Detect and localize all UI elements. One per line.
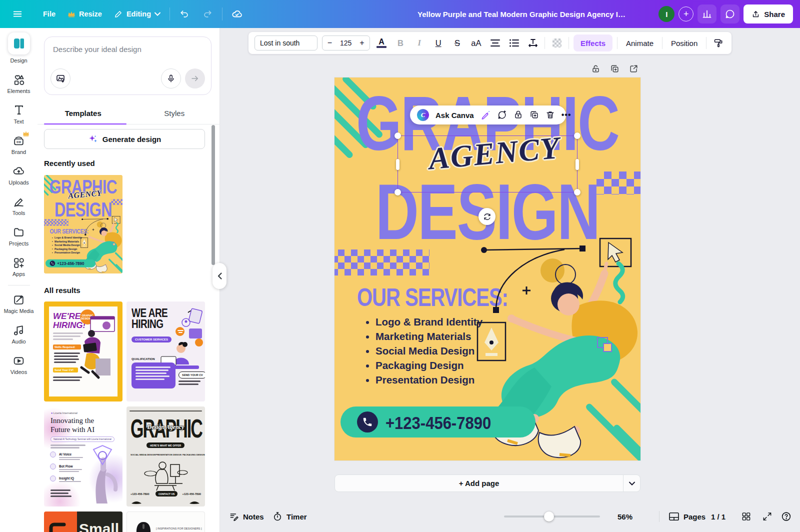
font-family-selector[interactable]: Lost in south [254, 36, 318, 50]
sidebar-item-design[interactable]: Design [0, 28, 38, 68]
add-page-button[interactable]: + Add page [335, 475, 623, 492]
avatar[interactable]: I [658, 6, 674, 22]
format-painter-button[interactable] [711, 35, 726, 51]
more-options-button[interactable]: ••• [562, 110, 572, 120]
strikethrough-button[interactable]: S [450, 35, 464, 51]
svg-text:co: co [16, 140, 21, 144]
list-button[interactable] [507, 35, 522, 51]
export-page-button[interactable] [628, 63, 639, 74]
tab-styles[interactable]: Styles [129, 102, 220, 124]
template-thumbnail-recent[interactable]: GRAPHIC DESIGN AGENCY OUR SERVICES: Logo… [44, 175, 122, 274]
fullscreen-button[interactable] [762, 512, 772, 522]
canvas-page[interactable]: GRAPHIC DESIGN AGENCY OUR SERVICES: Logo… [334, 78, 640, 460]
alignment-button[interactable] [488, 35, 502, 51]
mini-poster: GRAPHIC DESIGN AGENCY OUR SERVICES: Logo… [44, 175, 122, 273]
add-page-menu-button[interactable] [623, 475, 640, 492]
notes-button[interactable]: Notes [229, 512, 264, 522]
resize-handle-sw[interactable] [394, 189, 401, 196]
sidebar-item-tools[interactable]: Tools [0, 190, 38, 221]
poster-phone-banner[interactable]: +123-456-7890 [340, 406, 536, 438]
delete-element-button[interactable] [546, 110, 555, 120]
submit-prompt-button[interactable] [185, 68, 205, 88]
panel-scrollbar[interactable] [212, 125, 215, 265]
file-menu[interactable]: File [37, 6, 62, 22]
zoom-slider-thumb[interactable] [544, 512, 554, 522]
poster-phone-number[interactable]: +123-456-7890 [386, 413, 491, 434]
design-title[interactable]: Yellow Purple and Teal Modern Graphic De… [418, 10, 628, 18]
text-spacing-button[interactable] [526, 35, 540, 51]
sidebar-item-magic-media[interactable]: Magic Media [0, 288, 38, 319]
sidebar-item-audio[interactable]: Audio [0, 319, 38, 350]
ai-prompt-card[interactable]: Describe your ideal design [44, 36, 212, 95]
resize-handle-se[interactable] [574, 189, 580, 196]
share-button[interactable]: Share [744, 4, 793, 24]
add-member-button[interactable]: + [678, 6, 694, 22]
resize-handle-nw[interactable] [394, 132, 401, 139]
canva-editor: File Resize Editing [0, 0, 800, 532]
font-size-stepper[interactable]: − 125 + [322, 36, 370, 50]
resize-handle-w[interactable] [396, 159, 400, 170]
template-thumbnail-small[interactable]: Small [44, 512, 122, 532]
editing-mode-menu[interactable]: Editing [108, 4, 166, 24]
zoom-level[interactable]: 56% [618, 512, 632, 521]
voice-input-button[interactable] [161, 68, 181, 88]
selection-box[interactable] [398, 136, 578, 192]
decrease-font-button[interactable]: − [328, 38, 332, 48]
template-thumbnail-inspirations[interactable]: [ INSPIRATIONS FOR DESIGNERS ] [126, 512, 205, 532]
animate-button[interactable]: Animate [622, 39, 658, 48]
increase-font-button[interactable]: + [360, 38, 364, 48]
grid-view-button[interactable] [742, 512, 751, 522]
panel-collapse-button[interactable] [212, 263, 226, 289]
comments-button[interactable] [720, 4, 740, 24]
resize-handle-ne[interactable] [574, 132, 580, 139]
tab-templates[interactable]: Templates [38, 102, 129, 124]
timer-button[interactable]: Timer [272, 512, 307, 522]
generate-design-button[interactable]: Generate design [44, 129, 205, 149]
pages-button[interactable]: Pages [668, 512, 706, 521]
prompt-input[interactable]: Describe your ideal design [53, 45, 142, 54]
lock-element-button[interactable] [514, 110, 523, 120]
insights-button[interactable] [698, 4, 716, 24]
lock-page-button[interactable] [590, 63, 601, 74]
sidebar-item-videos[interactable]: Videos [0, 350, 38, 380]
template-thumbnail-ai-seminar[interactable]: ● Liceria International Innovating the F… [44, 406, 122, 506]
zoom-slider[interactable] [504, 516, 600, 518]
transparency-button[interactable] [550, 35, 564, 51]
text-case-button[interactable]: aA [469, 35, 484, 51]
main-menu-button[interactable] [6, 4, 29, 24]
resize-menu[interactable]: Resize [62, 4, 108, 24]
arrow-right-icon [190, 74, 200, 83]
duplicate-page-button[interactable] [609, 63, 620, 74]
effects-button[interactable]: Effects [574, 34, 612, 52]
cloud-save-status[interactable] [226, 4, 248, 24]
sidebar-item-uploads[interactable]: Uploads [0, 160, 38, 190]
bar-chart-icon [702, 9, 712, 19]
font-size-value[interactable]: 125 [340, 39, 352, 47]
magic-edit-button[interactable] [480, 110, 490, 120]
sidebar-item-text[interactable]: Text [0, 99, 38, 130]
add-comment-button[interactable] [497, 110, 507, 120]
upload-icon [752, 10, 760, 18]
undo-button[interactable] [173, 4, 196, 24]
sidebar-item-brand[interactable]: co Brand [0, 130, 38, 160]
help-button[interactable] [781, 512, 792, 522]
template-thumbnail-were-hiring[interactable]: WE'RE HIRING! GRAPHIC DESIGNER Skills Re… [44, 302, 122, 402]
template-thumbnail-graphic-agency[interactable]: GRAPHIC Design Agency HERE'S WHAT WE OFF… [126, 406, 205, 506]
text-color-button[interactable]: A [374, 35, 389, 51]
duplicate-element-button[interactable] [530, 110, 539, 120]
rotate-handle[interactable] [478, 208, 496, 225]
redo-button[interactable] [196, 4, 219, 24]
sidebar-item-elements[interactable]: Elements [0, 68, 38, 99]
videos-icon [12, 354, 26, 367]
resize-handle-e[interactable] [576, 159, 579, 170]
hamburger-icon [12, 8, 23, 20]
italic-button[interactable]: I [412, 35, 426, 51]
bold-button[interactable]: B [394, 35, 408, 51]
underline-button[interactable]: U [431, 35, 446, 51]
add-image-button[interactable] [50, 68, 70, 88]
ask-canva-label[interactable]: Ask Canva [436, 111, 474, 120]
sidebar-item-projects[interactable]: Projects [0, 221, 38, 252]
sidebar-item-apps[interactable]: Apps [0, 252, 38, 282]
position-button[interactable]: Position [667, 39, 702, 48]
template-thumbnail-we-are-hiring[interactable]: WE ARE HIRING CUSTOMER SERVICES [126, 302, 205, 402]
